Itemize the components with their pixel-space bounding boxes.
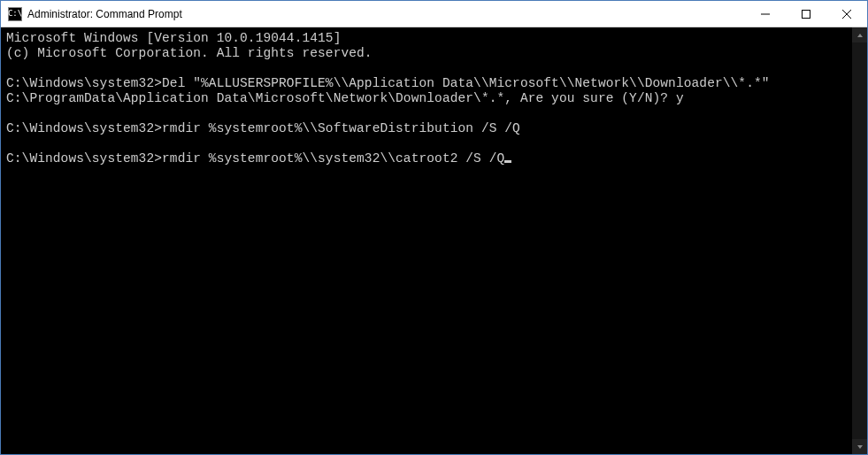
terminal-line: C:\ProgramData\Application Data\Microsof…	[6, 91, 684, 105]
terminal-area: Microsoft Windows [Version 10.0.19044.14…	[1, 27, 867, 454]
scroll-down-button[interactable]	[852, 439, 867, 454]
terminal-cursor	[504, 160, 511, 163]
command-prompt-window: C:\ Administrator: Command Prompt Micros…	[0, 0, 868, 455]
terminal-line: C:\Windows\system32>Del "%ALLUSERSPROFIL…	[6, 76, 770, 90]
svg-marker-4	[857, 34, 863, 37]
minimize-button[interactable]	[745, 1, 786, 27]
chevron-down-icon	[856, 443, 864, 451]
vertical-scrollbar[interactable]	[852, 27, 867, 454]
maximize-icon	[802, 10, 810, 19]
chevron-up-icon	[856, 32, 864, 39]
app-icon-text: C:\	[8, 10, 22, 18]
terminal-line: (c) Microsoft Corporation. All rights re…	[6, 46, 373, 60]
terminal-line: Microsoft Windows [Version 10.0.19044.14…	[6, 31, 341, 45]
svg-marker-5	[857, 445, 863, 449]
window-title: Administrator: Command Prompt	[27, 8, 745, 20]
terminal-line: C:\Windows\system32>rmdir %systemroot%\\…	[6, 151, 504, 166]
terminal-line: C:\Windows\system32>rmdir %systemroot%\\…	[6, 121, 520, 135]
maximize-button[interactable]	[786, 1, 826, 27]
scroll-up-button[interactable]	[852, 27, 867, 42]
scroll-track[interactable]	[852, 42, 867, 439]
app-icon: C:\	[8, 7, 22, 21]
window-controls	[745, 1, 867, 27]
minimize-icon	[761, 10, 770, 19]
svg-rect-1	[803, 10, 810, 18]
titlebar[interactable]: C:\ Administrator: Command Prompt	[1, 1, 867, 27]
close-icon	[842, 10, 851, 19]
terminal-output[interactable]: Microsoft Windows [Version 10.0.19044.14…	[1, 27, 852, 454]
close-button[interactable]	[826, 1, 867, 27]
